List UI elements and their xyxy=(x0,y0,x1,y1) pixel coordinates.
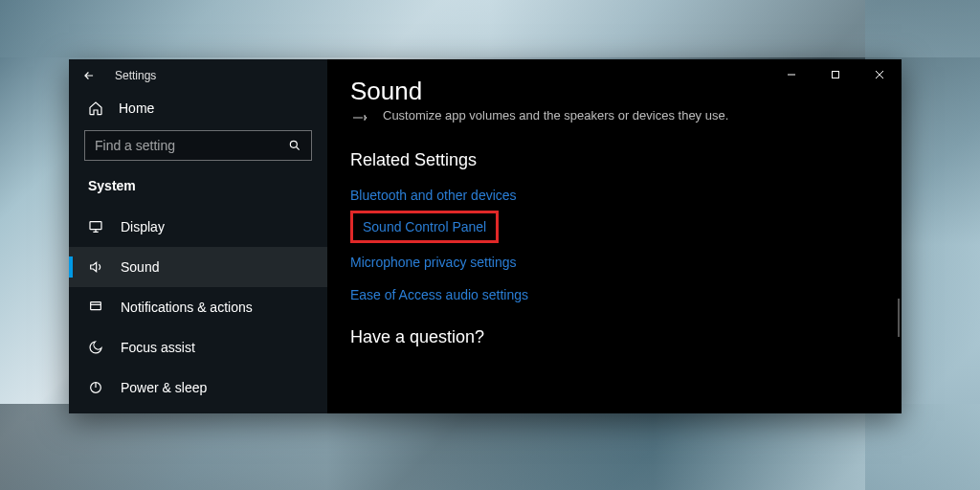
back-icon[interactable] xyxy=(80,67,98,84)
sidebar-item-label: Notifications & actions xyxy=(121,300,253,315)
titlebar: Settings xyxy=(69,59,327,92)
sidebar-item-label: Power & sleep xyxy=(121,380,207,395)
sidebar-home-label: Home xyxy=(119,100,154,116)
search-box[interactable] xyxy=(84,130,312,161)
link-microphone-privacy[interactable]: Microphone privacy settings xyxy=(350,249,879,276)
sidebar-item-label: Display xyxy=(121,219,165,234)
home-icon xyxy=(88,100,105,117)
sidebar-item-focus-assist[interactable]: Focus assist xyxy=(69,327,327,368)
power-icon xyxy=(88,379,105,396)
highlight-annotation: Sound Control Panel xyxy=(350,211,499,243)
sidebar-item-display[interactable]: Display xyxy=(69,207,327,247)
sidebar-item-power-sleep[interactable]: Power & sleep xyxy=(69,368,327,408)
have-a-question-heading: Have a question? xyxy=(350,327,879,347)
search-input[interactable] xyxy=(95,138,288,153)
svg-point-0 xyxy=(290,141,297,147)
content-area: Sound Customize app volumes and the spea… xyxy=(327,59,902,413)
sidebar-category: System xyxy=(69,178,327,207)
volume-slider-icon xyxy=(350,112,373,123)
related-settings-heading: Related Settings xyxy=(350,150,879,170)
sidebar-item-label: Sound xyxy=(121,259,159,275)
window-title: Settings xyxy=(115,69,156,82)
settings-window: Settings Home System Display Sound xyxy=(69,59,902,413)
sidebar-item-notifications[interactable]: Notifications & actions xyxy=(69,287,327,327)
sidebar: Settings Home System Display Sound xyxy=(69,59,327,413)
svg-rect-2 xyxy=(91,302,101,310)
sound-icon xyxy=(88,258,105,276)
link-sound-control-panel[interactable]: Sound Control Panel xyxy=(363,217,486,236)
maximize-button[interactable] xyxy=(813,59,858,90)
search-icon xyxy=(288,139,301,152)
page-description: Customize app volumes and the speakers o… xyxy=(383,108,728,122)
scrollbar[interactable] xyxy=(898,299,900,337)
focus-assist-icon xyxy=(88,339,105,356)
close-button[interactable] xyxy=(858,59,902,90)
window-controls xyxy=(769,59,902,90)
minimize-button[interactable] xyxy=(769,59,813,90)
sidebar-home[interactable]: Home xyxy=(69,92,327,130)
notifications-icon xyxy=(88,299,105,316)
svg-rect-1 xyxy=(90,222,101,230)
display-icon xyxy=(88,218,105,235)
sidebar-item-sound[interactable]: Sound xyxy=(69,247,327,287)
description-row: Customize app volumes and the speakers o… xyxy=(350,108,879,123)
svg-rect-6 xyxy=(833,72,839,78)
sidebar-item-label: Focus assist xyxy=(121,340,195,355)
link-ease-of-access-audio[interactable]: Ease of Access audio settings xyxy=(350,281,879,308)
link-bluetooth-devices[interactable]: Bluetooth and other devices xyxy=(350,182,879,209)
